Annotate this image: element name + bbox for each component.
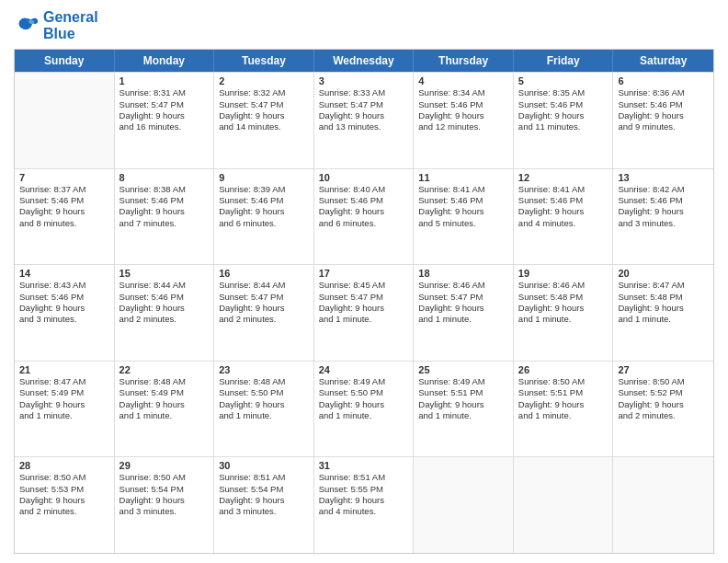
daylight-hours: Daylight: 9 hours [518, 303, 609, 314]
daylight-hours: and 3 minutes. [618, 218, 709, 229]
daylight-hours: Daylight: 9 hours [19, 303, 109, 314]
day-number: 18 [418, 268, 508, 279]
day-cell-11: 11Sunrise: 8:41 AMSunset: 5:46 PMDayligh… [414, 169, 514, 265]
day-number: 20 [618, 268, 709, 279]
daylight-hours: Daylight: 9 hours [119, 206, 210, 217]
day-number: 12 [518, 172, 609, 183]
daylight-hours: and 11 minutes. [518, 121, 609, 132]
sunset: Sunset: 5:47 PM [418, 292, 508, 303]
daylight-hours: and 12 minutes. [418, 121, 508, 132]
logo-icon [14, 13, 40, 39]
sunrise: Sunrise: 8:49 AM [418, 376, 508, 387]
daylight-hours: and 4 minutes. [319, 506, 409, 517]
calendar-row-3: 21Sunrise: 8:47 AMSunset: 5:49 PMDayligh… [15, 361, 713, 457]
sunrise: Sunrise: 8:35 AM [518, 87, 609, 98]
daylight-hours: and 1 minute. [19, 410, 109, 421]
sunrise: Sunrise: 8:51 AM [319, 472, 409, 483]
sunset: Sunset: 5:47 PM [219, 292, 309, 303]
daylight-hours: and 3 minutes. [19, 314, 109, 325]
day-number: 5 [518, 75, 609, 86]
day-number: 28 [19, 460, 109, 471]
sunrise: Sunrise: 8:51 AM [219, 472, 309, 483]
daylight-hours: Daylight: 9 hours [319, 303, 409, 314]
day-cell-16: 16Sunrise: 8:44 AMSunset: 5:47 PMDayligh… [214, 265, 314, 361]
daylight-hours: Daylight: 9 hours [618, 399, 709, 410]
day-number: 24 [319, 364, 409, 375]
sunset: Sunset: 5:48 PM [618, 292, 709, 303]
daylight-hours: Daylight: 9 hours [418, 110, 508, 121]
daylight-hours: Daylight: 9 hours [219, 206, 309, 217]
daylight-hours: and 1 minute. [219, 410, 309, 421]
day-cell-25: 25Sunrise: 8:49 AMSunset: 5:51 PMDayligh… [414, 362, 514, 457]
page: General Blue SundayMondayTuesdayWednesda… [0, 0, 728, 563]
daylight-hours: and 1 minute. [518, 314, 609, 325]
daylight-hours: Daylight: 9 hours [418, 303, 508, 314]
header-day-friday: Friday [514, 50, 614, 72]
header-day-thursday: Thursday [414, 50, 514, 72]
daylight-hours: and 8 minutes. [19, 218, 109, 229]
day-number: 3 [319, 75, 409, 86]
empty-cell [613, 457, 713, 553]
daylight-hours: and 1 minute. [319, 314, 409, 325]
day-cell-15: 15Sunrise: 8:44 AMSunset: 5:46 PMDayligh… [115, 265, 215, 361]
header-day-sunday: Sunday [15, 50, 115, 72]
daylight-hours: Daylight: 9 hours [319, 110, 409, 121]
day-cell-12: 12Sunrise: 8:41 AMSunset: 5:46 PMDayligh… [514, 169, 614, 265]
empty-cell [414, 457, 514, 553]
day-cell-22: 22Sunrise: 8:48 AMSunset: 5:49 PMDayligh… [115, 362, 215, 457]
day-cell-17: 17Sunrise: 8:45 AMSunset: 5:47 PMDayligh… [314, 265, 415, 361]
sunset: Sunset: 5:49 PM [119, 387, 210, 398]
day-number: 26 [518, 364, 609, 375]
daylight-hours: and 4 minutes. [518, 218, 609, 229]
sunrise: Sunrise: 8:32 AM [219, 87, 309, 98]
header: General Blue [14, 9, 714, 41]
day-number: 17 [319, 268, 409, 279]
day-number: 22 [119, 364, 210, 375]
day-cell-21: 21Sunrise: 8:47 AMSunset: 5:49 PMDayligh… [15, 362, 115, 457]
sunrise: Sunrise: 8:31 AM [119, 87, 210, 98]
sunset: Sunset: 5:46 PM [19, 292, 109, 303]
daylight-hours: and 7 minutes. [119, 218, 210, 229]
sunrise: Sunrise: 8:50 AM [119, 472, 210, 483]
calendar-body: 1Sunrise: 8:31 AMSunset: 5:47 PMDaylight… [15, 72, 713, 553]
sunrise: Sunrise: 8:48 AM [119, 376, 210, 387]
daylight-hours: Daylight: 9 hours [518, 399, 609, 410]
daylight-hours: and 2 minutes. [119, 314, 210, 325]
calendar-row-2: 14Sunrise: 8:43 AMSunset: 5:46 PMDayligh… [15, 264, 713, 361]
daylight-hours: Daylight: 9 hours [19, 206, 109, 217]
day-cell-27: 27Sunrise: 8:50 AMSunset: 5:52 PMDayligh… [613, 362, 713, 457]
daylight-hours: and 3 minutes. [119, 506, 210, 517]
sunrise: Sunrise: 8:50 AM [518, 376, 609, 387]
day-cell-30: 30Sunrise: 8:51 AMSunset: 5:54 PMDayligh… [214, 457, 314, 553]
header-day-saturday: Saturday [613, 50, 713, 72]
daylight-hours: and 1 minute. [119, 410, 210, 421]
day-cell-24: 24Sunrise: 8:49 AMSunset: 5:50 PMDayligh… [314, 362, 415, 457]
daylight-hours: and 1 minute. [618, 314, 709, 325]
sunset: Sunset: 5:47 PM [219, 99, 309, 110]
day-number: 23 [219, 364, 309, 375]
day-number: 6 [618, 75, 709, 86]
sunset: Sunset: 5:52 PM [618, 387, 709, 398]
daylight-hours: and 14 minutes. [219, 121, 309, 132]
day-cell-1: 1Sunrise: 8:31 AMSunset: 5:47 PMDaylight… [115, 73, 215, 168]
daylight-hours: and 1 minute. [418, 410, 508, 421]
sunset: Sunset: 5:47 PM [319, 99, 409, 110]
sunrise: Sunrise: 8:41 AM [418, 184, 508, 195]
logo: General Blue [14, 9, 98, 41]
day-cell-3: 3Sunrise: 8:33 AMSunset: 5:47 PMDaylight… [314, 73, 415, 168]
day-cell-8: 8Sunrise: 8:38 AMSunset: 5:46 PMDaylight… [115, 169, 215, 265]
day-number: 8 [119, 172, 210, 183]
day-number: 30 [219, 460, 309, 471]
daylight-hours: Daylight: 9 hours [319, 206, 409, 217]
day-cell-14: 14Sunrise: 8:43 AMSunset: 5:46 PMDayligh… [15, 265, 115, 361]
daylight-hours: Daylight: 9 hours [518, 206, 609, 217]
day-cell-10: 10Sunrise: 8:40 AMSunset: 5:46 PMDayligh… [314, 169, 415, 265]
day-cell-31: 31Sunrise: 8:51 AMSunset: 5:55 PMDayligh… [314, 457, 415, 553]
sunrise: Sunrise: 8:42 AM [618, 184, 709, 195]
sunset: Sunset: 5:47 PM [119, 99, 210, 110]
day-cell-23: 23Sunrise: 8:48 AMSunset: 5:50 PMDayligh… [214, 362, 314, 457]
sunset: Sunset: 5:46 PM [119, 195, 210, 206]
sunset: Sunset: 5:48 PM [518, 292, 609, 303]
day-cell-13: 13Sunrise: 8:42 AMSunset: 5:46 PMDayligh… [613, 169, 713, 265]
daylight-hours: Daylight: 9 hours [119, 303, 210, 314]
